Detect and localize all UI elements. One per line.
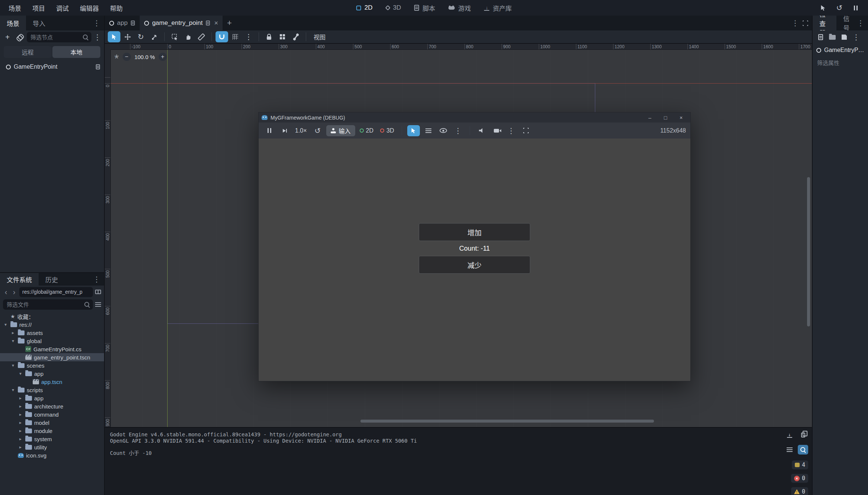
errors-filter-badge[interactable]: × 0 <box>791 474 808 483</box>
camera-options-menu[interactable]: ⋮ <box>505 125 518 136</box>
left-dock-menu-icon[interactable]: ⋮ <box>93 19 100 27</box>
next-frame-icon[interactable] <box>278 125 291 136</box>
chevron-right-icon[interactable]: ▸ <box>18 412 23 417</box>
save-resource-icon[interactable] <box>839 32 850 43</box>
pan-tool[interactable] <box>182 31 194 42</box>
current-path-field[interactable]: res://global/game_entry_p <box>19 287 93 297</box>
skeleton-options-button[interactable] <box>289 31 302 42</box>
pointer-icon[interactable] <box>817 2 829 13</box>
workspace-2d[interactable]: 2D <box>356 4 373 12</box>
speed-label[interactable]: 1.0× <box>293 127 309 134</box>
increase-button[interactable]: 增加 <box>419 223 530 241</box>
filter-properties-input[interactable]: 筛选属性 <box>816 57 865 68</box>
workspace-assetlib[interactable]: 资产库 <box>484 3 512 13</box>
remote-button[interactable]: 远程 <box>4 46 52 58</box>
new-scene-tab-button[interactable]: + <box>223 16 236 30</box>
input-mode-button[interactable]: 输入 <box>326 125 355 136</box>
file-tree-item-10[interactable]: ▸app <box>0 394 104 402</box>
scale-tool[interactable] <box>148 31 161 42</box>
right-dock-tab-1[interactable]: 信号 <box>836 16 857 30</box>
zoom-level-label[interactable]: 100.0 % <box>135 54 155 60</box>
load-resource-icon[interactable] <box>827 32 838 43</box>
scene-tab-0[interactable]: app <box>105 16 140 30</box>
camera-override-icon[interactable] <box>490 125 503 136</box>
menubar-item-1[interactable]: 项目 <box>27 0 51 16</box>
filesystem-tab-1[interactable]: 历史 <box>39 273 65 286</box>
inspected-node-row[interactable]: GameEntryPoint <box>813 44 868 56</box>
chevron-down-icon[interactable]: ▾ <box>10 363 16 368</box>
pause-game-icon[interactable] <box>849 2 862 13</box>
maximize-button[interactable]: □ <box>659 115 672 121</box>
chevron-right-icon[interactable]: ▸ <box>18 428 23 433</box>
search-output-icon[interactable] <box>798 445 808 455</box>
restart-game-icon[interactable]: ↺ <box>833 2 846 13</box>
vertical-scrollbar[interactable] <box>807 177 810 326</box>
file-tree-item-14[interactable]: ▸module <box>0 427 104 435</box>
scene-tree-root-node[interactable]: GameEntryPoint <box>0 61 104 73</box>
workspace-game[interactable]: 游戏 <box>448 3 471 13</box>
file-tree-item-4[interactable]: C#GameEntryPoint.cs <box>0 345 104 353</box>
new-resource-icon[interactable] <box>815 32 826 43</box>
scene-tab-1[interactable]: game_entry_point× <box>140 16 223 30</box>
tab-menu-icon[interactable]: ⋮ <box>791 19 799 27</box>
right-dock-tab-0[interactable]: 检查器 <box>813 16 836 30</box>
canvas-viewport[interactable]: -100010020030040050060070080090010001100… <box>105 44 812 427</box>
grid-snap-toggle[interactable] <box>229 31 242 42</box>
audio-toggle-icon[interactable] <box>475 125 488 136</box>
vertical-ruler[interactable]: 0100200300400500600700800900 <box>105 50 111 427</box>
visibility-icon[interactable] <box>437 125 450 136</box>
horizontal-scrollbar[interactable] <box>360 420 654 423</box>
instance-scene-button[interactable] <box>14 32 25 43</box>
chevron-down-icon[interactable]: ▾ <box>3 322 8 327</box>
output-list-icon[interactable] <box>784 445 795 455</box>
left-dock-tab-1[interactable]: 导入 <box>26 16 52 30</box>
selection-list-icon[interactable] <box>422 125 435 136</box>
suspend-game-icon[interactable] <box>263 125 276 136</box>
file-tree-item-0[interactable]: ★收藏： <box>0 312 104 320</box>
chevron-right-icon[interactable]: ▸ <box>18 420 23 425</box>
right-dock-menu-icon[interactable]: ⋮ <box>857 19 864 27</box>
chevron-right-icon[interactable]: ▸ <box>10 330 16 335</box>
game-window-titlebar[interactable]: MyGFrameworkGame (DEBUG) – □ × <box>259 113 690 123</box>
zoom-in-button[interactable]: + <box>159 53 167 61</box>
mode-3d-button[interactable]: 3D <box>378 127 396 134</box>
zoom-out-button[interactable]: − <box>123 53 131 61</box>
horizontal-ruler[interactable]: -100010020030040050060070080090010001100… <box>111 44 812 50</box>
file-tree-item-8[interactable]: app.tscn <box>0 378 104 386</box>
scene-tree-menu-icon[interactable]: ⋮ <box>93 32 102 43</box>
file-tree-item-12[interactable]: ▸command <box>0 410 104 419</box>
filesystem-tab-0[interactable]: 文件系统 <box>0 273 39 286</box>
smart-snap-toggle[interactable] <box>216 31 228 42</box>
snap-options-menu[interactable]: ⋮ <box>242 31 255 42</box>
menubar-item-4[interactable]: 帮助 <box>104 0 128 16</box>
attached-script-icon[interactable] <box>96 64 100 69</box>
workspace-script[interactable]: 脚本 <box>414 3 435 13</box>
sort-files-icon[interactable] <box>95 304 101 305</box>
rotate-tool[interactable]: ↻ <box>135 31 147 42</box>
lock-button[interactable] <box>263 31 275 42</box>
move-tool[interactable] <box>121 31 134 42</box>
file-tree-item-13[interactable]: ▸model <box>0 419 104 427</box>
file-tree-item-2[interactable]: ▸assets <box>0 329 104 337</box>
file-tree-item-6[interactable]: ▾scenes <box>0 361 104 369</box>
add-node-button[interactable]: + <box>2 32 13 43</box>
filesystem-menu-icon[interactable]: ⋮ <box>93 276 100 283</box>
group-button[interactable] <box>276 31 289 42</box>
menubar-item-0[interactable]: 场景 <box>3 0 27 16</box>
save-output-icon[interactable] <box>784 430 795 440</box>
chevron-right-icon[interactable]: ▸ <box>18 404 23 409</box>
file-tree-item-7[interactable]: ▾app <box>0 369 104 378</box>
file-tree-item-15[interactable]: ▸system <box>0 435 104 443</box>
filter-nodes-input[interactable] <box>27 32 91 42</box>
game-viewport-content[interactable]: 增加 Count: -11 减少 <box>259 139 690 381</box>
close-button[interactable]: × <box>675 115 687 121</box>
game-window[interactable]: MyGFrameworkGame (DEBUG) – □ × 1.0× ↺ 输入 <box>258 112 691 381</box>
view-menu[interactable]: 视图 <box>310 32 329 41</box>
select-options-menu[interactable]: ⋮ <box>452 125 464 136</box>
workspace-3d[interactable]: 3D <box>386 4 401 12</box>
close-tab-icon[interactable]: × <box>214 19 218 27</box>
warnings-filter-badge[interactable]: ! 0 <box>791 487 808 495</box>
file-tree-item-17[interactable]: icon.svg <box>0 451 104 459</box>
fullscreen-icon[interactable] <box>520 125 532 136</box>
split-view-icon[interactable] <box>95 290 101 294</box>
